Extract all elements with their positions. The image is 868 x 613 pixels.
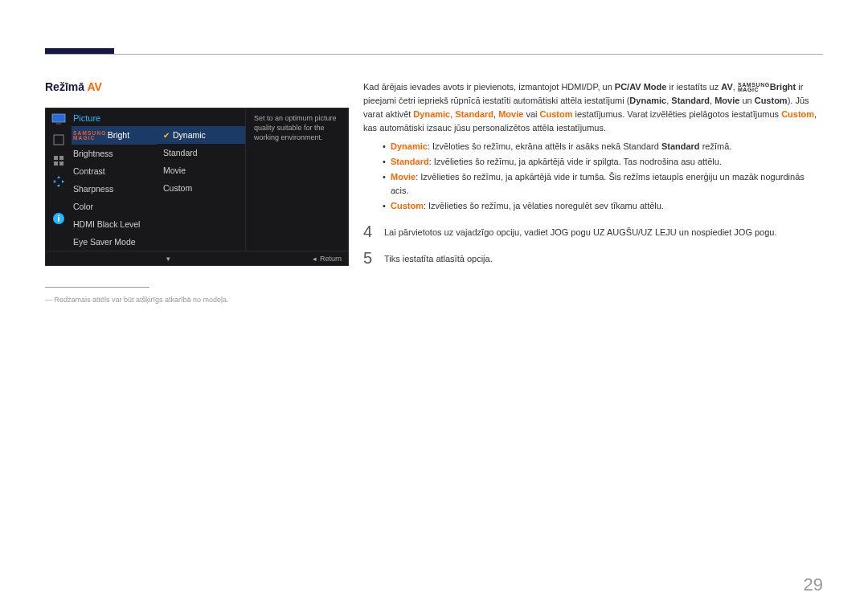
heading-prefix: Režīmā: [45, 80, 87, 93]
osd-option-custom[interactable]: Custom: [157, 179, 245, 197]
samsung-magic-logo: SAMSUNGMAGIC: [73, 131, 107, 141]
section-heading: Režīmā AV: [45, 80, 349, 93]
step-number-4: 4: [363, 223, 384, 239]
svg-rect-0: [52, 114, 65, 122]
info-icon: i: [51, 213, 66, 224]
return-label: Return: [320, 255, 342, 263]
footnote-divider: [45, 287, 149, 288]
square-icon: [51, 134, 66, 145]
step-text-4: Lai pārvietotos uz vajadzīgo opciju, vad…: [384, 221, 777, 239]
osd-option-standard[interactable]: Standard: [157, 144, 245, 161]
osd-item-sharpness[interactable]: Sharpness: [72, 180, 157, 198]
svg-rect-4: [59, 156, 63, 160]
svg-rect-5: [54, 161, 58, 166]
osd-item-color[interactable]: Color: [72, 198, 157, 215]
arrows-icon: [51, 176, 66, 187]
osd-option-movie[interactable]: Movie: [157, 161, 245, 179]
osd-option-dynamic[interactable]: Dynamic: [157, 126, 245, 144]
svg-rect-3: [54, 156, 58, 160]
osd-side-icons: i: [46, 108, 72, 251]
osd-item-eye-saver[interactable]: Eye Saver Mode: [72, 233, 157, 251]
footnote: ― Redzamais attēls var būt atšķirīgs atk…: [45, 296, 349, 304]
osd-description: Set to an optimum picture quality suitab…: [245, 108, 348, 251]
svg-rect-6: [59, 161, 63, 166]
list-item-dynamic: • Dynamic: Izvēloties šo režīmu, ekrāna …: [363, 140, 823, 153]
heading-accent: AV: [87, 80, 101, 93]
chevron-down-icon: ▾: [166, 255, 170, 263]
svg-rect-2: [54, 135, 63, 145]
list-item-movie: • Movie: Izvēlieties šo režīmu, ja apkār…: [363, 170, 823, 198]
bright-label: Bright: [108, 130, 129, 140]
back-triangle-icon: ◂: [313, 255, 317, 263]
step-5: 5 Tiks iestatīta atlasītā opcija.: [363, 247, 823, 266]
list-item-custom: • Custom: Izvēlieties šo režīmu, ja vēla…: [363, 199, 823, 213]
page-number: 29: [804, 574, 823, 595]
list-item-standard: • Standard: Izvēlieties šo režīmu, ja ap…: [363, 155, 823, 169]
osd-item-brightness[interactable]: Brightness: [72, 145, 157, 162]
svg-text:i: i: [57, 214, 59, 223]
step-text-5: Tiks iestatīta atlasītā opcija.: [384, 247, 493, 266]
step-number-5: 5: [363, 250, 384, 266]
osd-screenshot: i Picture SAMSUNGMAGICBright Brightness …: [45, 108, 349, 266]
osd-title: Picture: [72, 108, 157, 126]
monitor-icon: [51, 113, 66, 125]
osd-item-contrast[interactable]: Contrast: [72, 162, 157, 180]
samsung-magic-inline: SAMSUNGMAGIC: [738, 83, 770, 93]
osd-item-hdmi-black[interactable]: HDMI Black Level: [72, 215, 157, 233]
osd-footer: ▾ ◂ Return: [46, 251, 348, 265]
osd-item-magicbright[interactable]: SAMSUNGMAGICBright: [72, 126, 157, 145]
intro-paragraph: Kad ārējais ievades avots ir pievienots,…: [363, 80, 823, 135]
step-4: 4 Lai pārvietotos uz vajadzīgo opciju, v…: [363, 221, 823, 239]
grid-icon: [51, 155, 66, 166]
svg-rect-1: [56, 123, 61, 125]
